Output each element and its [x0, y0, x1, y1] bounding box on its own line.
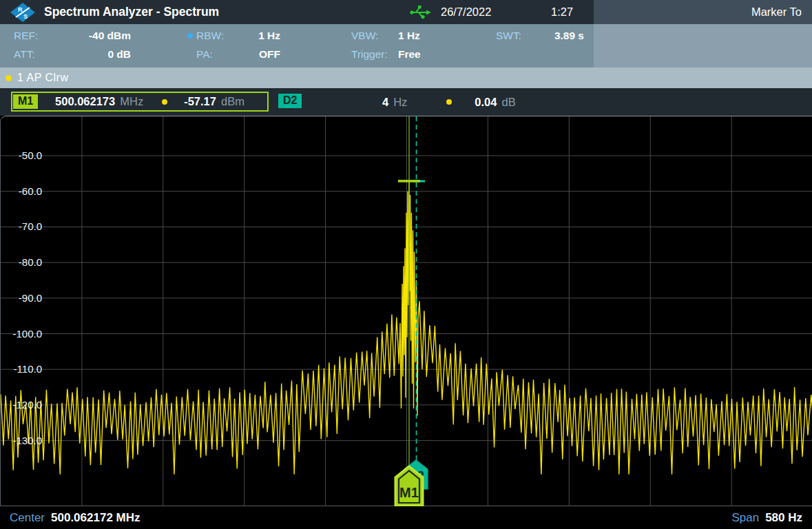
spectrum-trace-plot: D2M1: [1, 116, 812, 507]
pa-value: OFF: [259, 48, 280, 61]
sweep-time-field[interactable]: SWT: 3.89 s: [496, 28, 584, 44]
settings-bar: REF: -40 dBm ATT: 0 dB RBW: 1 Hz PA: OFF…: [0, 24, 812, 68]
ref-value: -40 dBm: [89, 30, 131, 42]
trace-info-bar[interactable]: 1 AP Clrw: [0, 68, 812, 88]
vbw-field[interactable]: VBW: 1 Hz: [351, 28, 489, 44]
d2-trace-dot: [446, 99, 452, 105]
m1-frequency-unit: MHz: [120, 95, 143, 108]
y-axis-tick-label: -100.0: [1, 328, 42, 340]
rbw-field[interactable]: RBW: 1 Hz: [196, 28, 280, 44]
y-axis-tick-label: -80.0: [1, 256, 42, 268]
vbw-label: VBW:: [351, 30, 398, 42]
ref-label: REF:: [14, 30, 38, 42]
att-label: ATT:: [14, 48, 35, 61]
m1-trace-dot: [162, 99, 167, 105]
rbw-value: 1 Hz: [258, 30, 280, 42]
marker-d2-badge[interactable]: D2: [278, 94, 302, 108]
usb-icon: [409, 4, 431, 20]
svg-text:S: S: [23, 13, 28, 20]
title-bar: R S Spectrum Analyzer - Spectrum 26/7/20…: [0, 0, 812, 24]
y-axis-tick-label: -130.0: [1, 435, 42, 446]
marker-bar: M1 500.062173 MHz -57.17 dBm D2 4 Hz 0.0…: [0, 88, 812, 116]
settings-bar-right-panel: [594, 24, 812, 68]
softkey-menu-title[interactable]: Marker To: [594, 0, 812, 24]
pa-label: PA:: [196, 48, 213, 61]
center-frequency-field[interactable]: Center 500.062172 MHz: [10, 506, 140, 529]
rohde-schwarz-logo: R S: [9, 2, 37, 23]
swt-label: SWT:: [496, 30, 521, 42]
m1-level-unit: dBm: [221, 95, 244, 108]
marker-d2-readout[interactable]: 4 Hz 0.04 dB: [317, 88, 537, 116]
marker-m1-badge: M1: [13, 94, 38, 109]
y-axis-tick-label: -60.0: [1, 185, 42, 197]
span-field[interactable]: Span 580 Hz: [731, 506, 802, 529]
svg-text:R: R: [18, 6, 23, 13]
span-value: 580 Hz: [765, 511, 802, 525]
center-label: Center: [10, 511, 45, 525]
trigger-label: Trigger:: [351, 48, 398, 61]
d2-frequency-value: 4: [382, 96, 388, 109]
spectrum-plot-area[interactable]: D2M1 -50.0-60.0-70.0-80.0-90.0-100.0-110…: [0, 116, 812, 506]
marker-m1-readout[interactable]: M1 500.062173 MHz -57.17 dBm: [11, 92, 269, 112]
marker-m1-level-tick: [398, 180, 420, 183]
center-value: 500.062172 MHz: [51, 511, 140, 525]
rbw-coupled-dot: [187, 33, 193, 39]
m1-level-value: -57.17: [184, 95, 216, 108]
spectrum-analyzer-screen: R S Spectrum Analyzer - Spectrum 26/7/20…: [0, 0, 812, 529]
softkey-menu-label: Marker To: [751, 6, 802, 19]
y-axis-tick-label: -110.0: [1, 363, 42, 375]
att-value: 0 dB: [107, 48, 131, 61]
y-axis-tick-label: -120.0: [1, 399, 42, 411]
d2-frequency-unit: Hz: [393, 96, 407, 109]
m1-frequency-value: 500.062173: [38, 95, 115, 108]
trigger-value: Free: [398, 48, 421, 61]
trace1-label: 1 AP Clrw: [17, 72, 68, 84]
y-axis-tick-label: -70.0: [1, 220, 42, 232]
frequency-footer-bar: Center 500.062172 MHz Span 580 Hz: [0, 506, 812, 529]
vbw-value: 1 Hz: [398, 30, 420, 42]
span-label: Span: [731, 511, 759, 525]
y-axis-tick-label: -90.0: [1, 292, 42, 304]
preamp-field[interactable]: PA: OFF: [196, 46, 280, 63]
trace1-color-dot: [6, 75, 12, 81]
swt-value: 3.89 s: [554, 30, 584, 42]
d2-level-unit: dB: [501, 96, 515, 109]
y-axis-tick-label: -50.0: [1, 149, 42, 161]
trigger-field[interactable]: Trigger: Free: [351, 46, 489, 63]
attenuation-field[interactable]: ATT: 0 dB: [14, 46, 131, 63]
time-display[interactable]: 1:27: [551, 0, 573, 24]
ref-level-field[interactable]: REF: -40 dBm: [14, 28, 131, 44]
m1-flag-label: M1: [399, 485, 419, 500]
d2-level-value: 0.04: [475, 96, 497, 109]
rbw-label: RBW:: [196, 30, 224, 42]
date-display[interactable]: 26/7/2022: [441, 0, 491, 24]
app-title: Spectrum Analyzer - Spectrum: [44, 0, 219, 24]
